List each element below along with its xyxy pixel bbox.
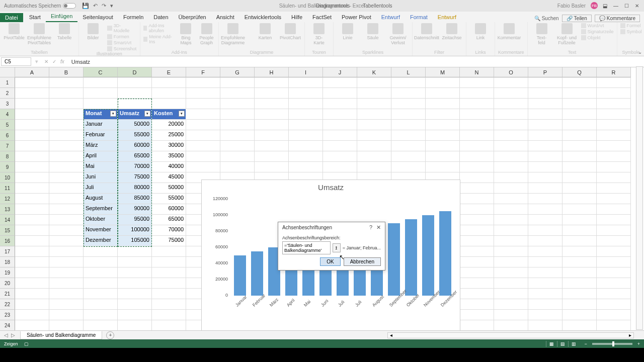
- cell[interactable]: [494, 194, 528, 204]
- column-header[interactable]: I: [289, 67, 323, 77]
- cell[interactable]: [255, 130, 289, 141]
- row-header[interactable]: 22: [0, 299, 15, 310]
- 3dmap-button[interactable]: 3D- Karte: [308, 23, 330, 45]
- cell[interactable]: [528, 267, 562, 278]
- cell[interactable]: [49, 109, 84, 120]
- cell[interactable]: [528, 278, 562, 289]
- cell[interactable]: [289, 99, 323, 109]
- cell[interactable]: [460, 278, 494, 289]
- cell[interactable]: [152, 257, 186, 267]
- cell[interactable]: [562, 99, 597, 109]
- cell[interactable]: [15, 246, 49, 257]
- pivotchart-button[interactable]: PivotChart: [279, 23, 301, 40]
- cell[interactable]: 70000: [152, 225, 186, 236]
- zoom-out-icon[interactable]: −: [584, 341, 587, 346]
- chart-title[interactable]: Umsatz: [202, 180, 460, 194]
- cell[interactable]: [597, 162, 631, 172]
- cell[interactable]: [255, 109, 289, 120]
- cell[interactable]: [152, 299, 186, 310]
- row-header[interactable]: 23: [0, 310, 15, 320]
- cell[interactable]: [220, 77, 255, 88]
- chart-bar[interactable]: [439, 211, 451, 296]
- row-header[interactable]: 1: [0, 77, 15, 88]
- pagebreak-view-icon[interactable]: ▥: [568, 341, 579, 347]
- sparkline-line-button[interactable]: Linie: [337, 23, 359, 40]
- cell[interactable]: [391, 99, 426, 109]
- cell[interactable]: Februar: [84, 130, 118, 141]
- cell[interactable]: [528, 320, 562, 331]
- cell[interactable]: 65000: [118, 151, 152, 162]
- cell[interactable]: [460, 267, 494, 278]
- cell[interactable]: [597, 246, 631, 257]
- cell[interactable]: [562, 310, 597, 320]
- redo-icon[interactable]: ↷: [102, 3, 106, 9]
- row-header[interactable]: 2: [0, 88, 15, 99]
- select-all-button[interactable]: [0, 67, 15, 77]
- cell[interactable]: [426, 151, 460, 162]
- cell[interactable]: [562, 194, 597, 204]
- cell[interactable]: [118, 88, 152, 99]
- cell[interactable]: [460, 151, 494, 162]
- tab-format[interactable]: Format: [405, 12, 433, 22]
- recommended-charts-button[interactable]: Empfohlene Diagramme: [222, 23, 244, 45]
- cell[interactable]: Januar: [84, 120, 118, 130]
- cell[interactable]: [323, 130, 357, 141]
- cell[interactable]: [460, 99, 494, 109]
- formula-input[interactable]: Umsatz: [67, 59, 644, 65]
- cell[interactable]: 70000: [118, 162, 152, 172]
- cell[interactable]: [597, 141, 631, 151]
- cell[interactable]: [597, 310, 631, 320]
- column-header[interactable]: B: [49, 67, 84, 77]
- column-header[interactable]: M: [426, 67, 460, 77]
- cell[interactable]: [49, 257, 84, 267]
- cell[interactable]: [562, 299, 597, 310]
- cell[interactable]: Juli: [84, 183, 118, 194]
- ribbon-options-icon[interactable]: ⬓: [603, 3, 607, 9]
- row-header[interactable]: 12: [0, 194, 15, 204]
- cell[interactable]: [460, 204, 494, 215]
- cell[interactable]: [494, 130, 528, 141]
- cell[interactable]: [15, 151, 49, 162]
- cell[interactable]: [460, 162, 494, 172]
- cell[interactable]: [597, 278, 631, 289]
- cell[interactable]: 100000: [118, 225, 152, 236]
- cell[interactable]: [460, 310, 494, 320]
- normal-view-icon[interactable]: ▦: [546, 341, 557, 347]
- cell[interactable]: September: [84, 204, 118, 215]
- filter-dropdown-icon[interactable]: ▾: [110, 111, 116, 117]
- sparkline-winloss-button[interactable]: Gewinn/ Verlust: [387, 23, 409, 45]
- cell[interactable]: August: [84, 194, 118, 204]
- cell[interactable]: [460, 141, 494, 151]
- cell[interactable]: [528, 225, 562, 236]
- cell[interactable]: 50000: [152, 183, 186, 194]
- cell[interactable]: [528, 130, 562, 141]
- name-box[interactable]: C5: [1, 57, 31, 66]
- cell[interactable]: [528, 215, 562, 225]
- cell[interactable]: [391, 109, 426, 120]
- cell[interactable]: [426, 99, 460, 109]
- cell[interactable]: Monat▾: [84, 109, 118, 120]
- cell[interactable]: 95000: [118, 215, 152, 225]
- zoom-in-icon[interactable]: +: [637, 341, 640, 346]
- equation-button[interactable]: Formel: [620, 23, 642, 28]
- cell[interactable]: [357, 88, 391, 99]
- cell[interactable]: [494, 320, 528, 331]
- cell[interactable]: 75000: [152, 236, 186, 246]
- cell[interactable]: [15, 109, 49, 120]
- cell[interactable]: [49, 289, 84, 299]
- pagelayout-view-icon[interactable]: ▤: [557, 341, 568, 347]
- chart-bar[interactable]: [388, 223, 400, 296]
- row-header[interactable]: 9: [0, 162, 15, 172]
- cell[interactable]: [49, 120, 84, 130]
- cell[interactable]: [391, 151, 426, 162]
- cell[interactable]: [49, 299, 84, 310]
- tab-hilfe[interactable]: Hilfe: [286, 12, 307, 22]
- cell[interactable]: [255, 151, 289, 162]
- cell[interactable]: [118, 320, 152, 331]
- cell[interactable]: [562, 151, 597, 162]
- object-button[interactable]: Objekt: [581, 35, 614, 40]
- cell[interactable]: [49, 141, 84, 151]
- cell[interactable]: [15, 141, 49, 151]
- cell[interactable]: [391, 120, 426, 130]
- cell[interactable]: [460, 88, 494, 99]
